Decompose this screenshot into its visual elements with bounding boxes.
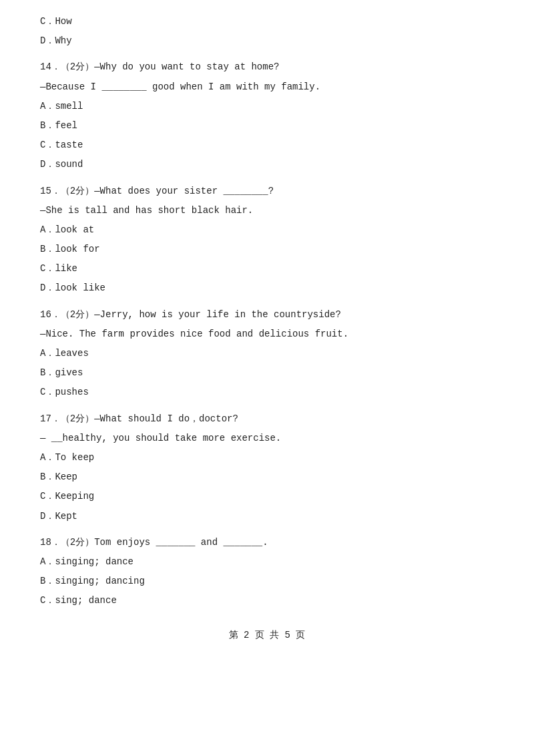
option-17a: A．To keep bbox=[40, 449, 494, 466]
option-16c: C．pushes bbox=[40, 384, 494, 401]
answer-15: —She is tall and has short black hair. bbox=[40, 202, 494, 219]
option-15d: D．look like bbox=[40, 280, 494, 297]
answer-16: —Nice. The farm provides nice food and d… bbox=[40, 326, 494, 343]
option-17d: D．Kept bbox=[40, 508, 494, 525]
option-14b: B．feel bbox=[40, 118, 494, 134]
page-footer: 第 2 页 共 5 页 bbox=[40, 629, 494, 641]
option-17c: C．Keeping bbox=[40, 488, 494, 505]
question-16: 16．（2分）—Jerry, how is your life in the c… bbox=[40, 307, 494, 323]
option-18a: A．singing; dance bbox=[40, 554, 494, 570]
option-18c: C．sing; dance bbox=[40, 592, 494, 609]
question-18: 18．（2分）Tom enjoys _______ and _______. bbox=[40, 534, 494, 551]
answer-17: — __healthy, you should take more exerci… bbox=[40, 430, 494, 447]
page-content: C．How D．Why 14．（2分）—Why do you want to s… bbox=[40, 13, 494, 609]
question-15: 15．（2分）—What does your sister ________? bbox=[40, 183, 494, 200]
option-15b: B．look for bbox=[40, 241, 494, 258]
option-14a: A．smell bbox=[40, 98, 494, 115]
line-c-how: C．How bbox=[40, 13, 494, 30]
option-18b: B．singing; dancing bbox=[40, 573, 494, 590]
option-17b: B．Keep bbox=[40, 469, 494, 486]
option-16b: B．gives bbox=[40, 365, 494, 381]
option-16a: A．leaves bbox=[40, 345, 494, 362]
option-15c: C．like bbox=[40, 260, 494, 277]
question-17: 17．（2分）—What should I do，doctor? bbox=[40, 411, 494, 427]
option-14c: C．taste bbox=[40, 137, 494, 154]
option-15a: A．look at bbox=[40, 222, 494, 238]
line-d-why: D．Why bbox=[40, 33, 494, 49]
answer-14: —Because I ________ good when I am with … bbox=[40, 79, 494, 96]
question-14: 14．（2分）—Why do you want to stay at home? bbox=[40, 59, 494, 75]
option-14d: D．sound bbox=[40, 156, 494, 173]
